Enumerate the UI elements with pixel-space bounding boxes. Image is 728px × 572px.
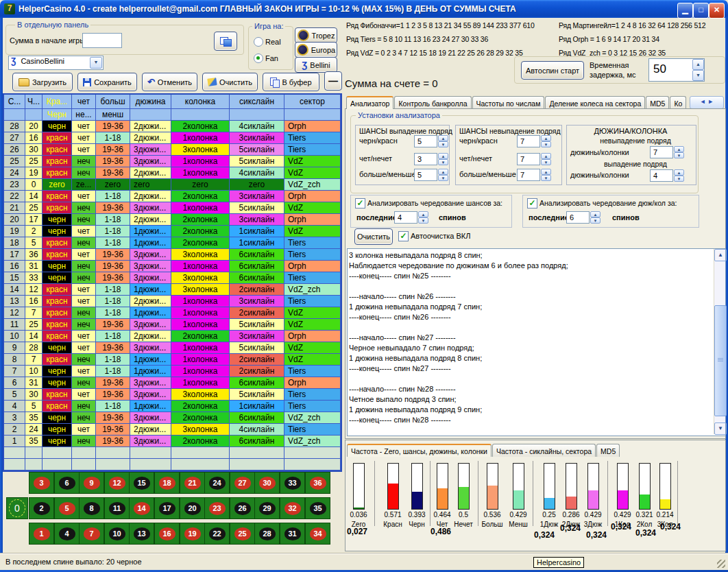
dozen-miss-spin-down-icon[interactable]: ▼ xyxy=(674,152,684,158)
board-number-cell[interactable]: 3 xyxy=(29,472,54,494)
board-number-cell[interactable]: 31 xyxy=(280,523,305,545)
alternate-chances-spin-up-icon[interactable]: ▲ xyxy=(418,211,428,217)
detach-panel-button[interactable] xyxy=(214,32,237,51)
board-number-cell[interactable]: 14 xyxy=(129,497,154,519)
board-number-cell[interactable]: 26 xyxy=(230,497,255,519)
board-number-cell[interactable]: 4 xyxy=(54,523,80,545)
alternate-chances-spin-down-icon[interactable]: ▼ xyxy=(418,217,428,224)
board-number-cell[interactable]: 28 xyxy=(254,523,280,545)
tropez-button[interactable]: Tropez xyxy=(295,27,337,43)
board-number-cell[interactable]: 21 xyxy=(180,472,205,494)
board-number-cell[interactable]: 24 xyxy=(204,472,230,494)
chances-miss-spin-2-value[interactable]: 7 xyxy=(517,153,540,165)
dozen-hit-spin-up-icon[interactable]: ▲ xyxy=(674,169,684,176)
alternate-chances-checkbox[interactable]: ✓ xyxy=(355,198,365,208)
dozen-miss-spin-value[interactable]: 7 xyxy=(650,146,673,158)
tab-scroll-left-icon[interactable]: ◄ xyxy=(700,98,706,105)
alternate-dozen-spin-up-icon[interactable]: ▲ xyxy=(590,211,600,217)
autospin-start-button[interactable]: Автоспин старт xyxy=(521,61,584,80)
analyzer-log[interactable]: 3 колонка невыпадала подряд 8 спин; Набл… xyxy=(347,248,726,436)
chances-hit-spin-2-value[interactable]: 3 xyxy=(414,153,437,165)
bellini-button[interactable]: ƷBellini xyxy=(295,57,337,73)
dozen-hit-spin-value[interactable]: 4 xyxy=(650,169,673,182)
board-number-cell[interactable]: 5 xyxy=(54,497,80,519)
collapse-button[interactable]: — xyxy=(324,71,342,91)
board-number-cell[interactable]: 1 xyxy=(29,523,54,545)
radio-fan[interactable] xyxy=(254,53,263,63)
radio-real[interactable] xyxy=(254,37,263,47)
chances-hit-spin-3-value[interactable]: 5 xyxy=(414,169,437,181)
board-number-cell[interactable]: 6 xyxy=(54,472,80,494)
chances-hit-spin-2-up-icon[interactable]: ▲ xyxy=(438,153,448,159)
scroll-down-icon[interactable]: ▼ xyxy=(714,422,727,435)
freq-tab-3[interactable]: MD5 xyxy=(596,444,620,457)
chances-hit-spin-1-value[interactable]: 5 xyxy=(414,135,437,147)
chances-miss-spin-3-up-icon[interactable]: ▲ xyxy=(541,169,551,175)
alternate-chances-spin-value[interactable]: 4 xyxy=(394,211,417,224)
board-number-cell[interactable]: 16 xyxy=(154,523,180,545)
board-number-cell[interactable]: 9 xyxy=(79,472,104,494)
board-number-cell[interactable]: 25 xyxy=(230,523,255,545)
tab-scroll-right-icon[interactable]: ► xyxy=(707,98,714,105)
board-number-cell[interactable]: 12 xyxy=(104,472,130,494)
board-number-cell[interactable]: 11 xyxy=(104,497,130,519)
chances-miss-spin-3-down-icon[interactable]: ▼ xyxy=(541,175,551,181)
log-scrollbar[interactable]: ▲ ▼ xyxy=(714,249,725,434)
chances-miss-spin-2-down-icon[interactable]: ▼ xyxy=(541,159,551,165)
dozen-miss-spin-up-icon[interactable]: ▲ xyxy=(674,146,684,152)
combo-dropdown-icon[interactable]: ▼ xyxy=(90,57,102,69)
start-sum-input[interactable] xyxy=(82,33,122,48)
analyzer-clear-button[interactable]: Очистить xyxy=(354,228,393,245)
resize-grip[interactable] xyxy=(717,560,725,568)
maximize-button[interactable]: □ xyxy=(693,3,709,19)
board-number-cell[interactable]: 20 xyxy=(180,497,205,519)
chances-miss-spin-1-up-icon[interactable]: ▲ xyxy=(541,135,551,141)
board-number-cell[interactable]: 36 xyxy=(305,472,330,494)
board-number-cell[interactable]: 18 xyxy=(154,472,180,494)
chances-miss-spin-1-value[interactable]: 7 xyxy=(517,135,540,147)
alternate-dozen-checkbox[interactable]: ✓ xyxy=(527,198,537,208)
clear-button[interactable]: Очистить xyxy=(202,73,258,91)
delay-up-icon[interactable]: ▲ xyxy=(692,59,704,70)
board-number-cell[interactable]: 15 xyxy=(129,472,154,494)
board-number-cell[interactable]: 7 xyxy=(79,523,104,545)
save-button[interactable]: Сохранить xyxy=(77,73,137,91)
scroll-up-icon[interactable]: ▲ xyxy=(714,249,727,261)
board-number-cell[interactable]: 17 xyxy=(154,497,180,519)
board-number-cell[interactable]: 23 xyxy=(204,497,230,519)
chances-hit-spin-3-down-icon[interactable]: ▼ xyxy=(438,175,448,181)
chances-hit-spin-1-down-icon[interactable]: ▼ xyxy=(438,141,448,147)
board-number-cell[interactable]: 29 xyxy=(254,497,280,519)
alternate-dozen-spin-down-icon[interactable]: ▼ xyxy=(590,217,600,224)
load-button[interactable]: Загрузить xyxy=(12,73,73,91)
board-number-cell[interactable]: 32 xyxy=(280,497,305,519)
delay-value[interactable]: 50 xyxy=(649,59,692,81)
freq-tab-2[interactable]: Частота - сиклайны, сектора xyxy=(492,444,596,457)
tab-scroll-arrows[interactable]: ◄ ► xyxy=(690,96,724,109)
undo-button[interactable]: ↶ Отменить xyxy=(142,73,197,91)
board-number-cell[interactable]: 34 xyxy=(305,523,330,545)
tab-6[interactable]: Ко xyxy=(670,96,686,109)
europa-button[interactable]: Europa xyxy=(295,42,337,58)
chances-hit-spin-1-up-icon[interactable]: ▲ xyxy=(438,135,448,141)
close-button[interactable]: ✕ xyxy=(709,3,725,19)
board-number-cell[interactable]: 19 xyxy=(180,523,205,545)
dozen-hit-spin-down-icon[interactable]: ▼ xyxy=(674,176,684,182)
alternate-dozen-spin-value[interactable]: 6 xyxy=(566,211,590,224)
freq-tab-1[interactable]: Частота - Zero, шансы, дюжины, колонки xyxy=(347,444,492,457)
tab-3[interactable]: Частоты по числам xyxy=(472,96,545,109)
chances-hit-spin-3-up-icon[interactable]: ▲ xyxy=(438,169,448,175)
scrollbar-thumb[interactable] xyxy=(714,305,727,416)
chances-miss-spin-3-value[interactable]: 7 xyxy=(517,169,540,181)
board-number-cell[interactable]: 35 xyxy=(305,497,330,519)
chances-hit-spin-2-down-icon[interactable]: ▼ xyxy=(438,159,448,165)
delay-down-icon[interactable]: ▼ xyxy=(692,70,704,81)
chances-miss-spin-1-down-icon[interactable]: ▼ xyxy=(541,141,551,147)
board-number-cell[interactable]: 13 xyxy=(129,523,154,545)
tab-1[interactable]: Анализатор xyxy=(346,96,393,109)
casino-combobox[interactable]: Ʒ CasinoBellini ▼ xyxy=(8,56,104,70)
minimize-button[interactable]: ▁ xyxy=(677,3,693,19)
board-number-cell[interactable]: 27 xyxy=(230,472,255,494)
board-number-cell[interactable]: 2 xyxy=(29,497,54,519)
board-number-cell[interactable]: 8 xyxy=(79,497,104,519)
